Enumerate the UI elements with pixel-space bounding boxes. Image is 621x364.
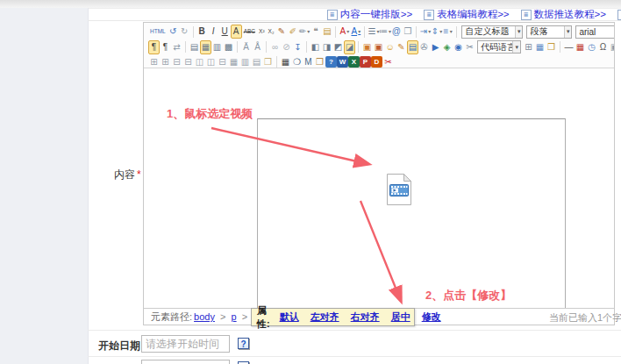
emotion-icon[interactable]: ☺	[384, 40, 396, 54]
merge-cells-icon[interactable]: ◫	[194, 55, 205, 69]
insert-video-icon[interactable]: ▶	[430, 40, 441, 54]
excel-import-icon[interactable]: X	[348, 56, 360, 68]
tutorial-link-table-edit[interactable]: ≣表格编辑教程>>	[424, 8, 509, 21]
delete-table-icon[interactable]: ❐	[262, 55, 274, 69]
align-left-icon[interactable]: ▤	[189, 40, 200, 54]
underline-icon[interactable]: U	[219, 25, 231, 39]
image-float-left-icon[interactable]: ◧	[310, 40, 321, 54]
line-height-icon[interactable]: ≡▾	[442, 25, 453, 39]
insert-map-icon[interactable]: ◈	[441, 40, 453, 54]
code-language-select[interactable]: 代码语言▾	[477, 40, 521, 54]
special-chars-icon[interactable]: Ω	[597, 40, 609, 54]
insert-date-icon[interactable]: ▦	[575, 40, 586, 54]
image-center-icon[interactable]: ◨	[321, 40, 332, 54]
strikethrough-icon[interactable]: ABC	[242, 25, 257, 39]
scrawl-icon[interactable]: ✎	[396, 40, 407, 54]
insert-image-icon[interactable]: ▣	[361, 40, 373, 54]
insert-col-icon[interactable]: ⊞	[160, 55, 171, 69]
anchor-icon[interactable]: @	[390, 25, 402, 39]
preview-icon[interactable]: ❍	[291, 55, 303, 69]
path-item-body[interactable]: body	[194, 311, 215, 322]
split-cols-icon[interactable]: ▤	[251, 55, 262, 69]
superscript-icon[interactable]: X²	[257, 25, 267, 39]
image-inline-icon[interactable]: ◪	[344, 40, 355, 54]
align-justify-icon[interactable]: ▩	[223, 40, 234, 54]
background-color-icon[interactable]: A▾	[350, 25, 361, 39]
paste-plain-icon[interactable]: ▤	[321, 25, 332, 39]
end-date-input-partial[interactable]	[141, 360, 230, 364]
custom-title-select[interactable]: 自定义标题▾	[461, 25, 523, 39]
start-date-input[interactable]	[141, 335, 230, 353]
horizontal-rule-icon[interactable]: —	[563, 40, 575, 54]
align-right-icon[interactable]: ▥	[211, 40, 223, 54]
indent-icon[interactable]: ⇥▾	[419, 25, 431, 39]
remove-format-icon[interactable]: ✎	[275, 25, 287, 39]
font-color-icon[interactable]: A▾	[339, 25, 350, 39]
attr-link-align-right[interactable]: 右对齐	[351, 310, 380, 324]
toolbar-separator	[185, 41, 186, 53]
new-page-icon[interactable]: ❐	[402, 25, 413, 39]
split-rows-icon[interactable]: ▥	[239, 55, 251, 69]
delete-col-icon[interactable]: ⊟	[182, 55, 194, 69]
video-placeholder-icon[interactable]	[386, 173, 412, 206]
delete-row-icon[interactable]: ⊟	[171, 55, 182, 69]
editor-canvas[interactable]	[144, 68, 614, 308]
insert-anchor-icon[interactable]: ↧	[292, 40, 303, 54]
word-count-icon[interactable]: Å	[252, 40, 263, 54]
path-item-p[interactable]: p	[231, 311, 236, 322]
insert-link-icon[interactable]: ∞	[269, 40, 281, 54]
bold-icon[interactable]: B	[196, 25, 208, 39]
attr-link-align-left[interactable]: 左对齐	[310, 310, 339, 324]
format-clear-icon[interactable]: ✂	[382, 55, 394, 69]
format-brush-icon[interactable]: ✐	[287, 25, 298, 39]
paste-board-icon[interactable]: ❐	[314, 55, 325, 69]
search-replace-icon[interactable]: M	[303, 55, 314, 69]
tutorial-link-content-typeset[interactable]: ≣内容一键排版>>	[327, 8, 412, 21]
split-cells-icon[interactable]: ▦	[228, 55, 239, 69]
rtl-paragraph-icon[interactable]: ¶	[160, 40, 171, 54]
start-date-help-icon[interactable]: ?	[238, 338, 249, 349]
attachment-icon[interactable]: ▤	[407, 40, 418, 54]
image-manager-icon[interactable]: ▣	[373, 40, 384, 54]
screenshot-icon[interactable]: ✂	[464, 40, 475, 54]
unlink-icon[interactable]: ⊘	[281, 40, 292, 54]
subscript-icon[interactable]: X₂	[267, 25, 276, 39]
editor-content-block[interactable]	[257, 118, 566, 308]
redo-icon[interactable]: ↻	[179, 25, 190, 39]
pdf-import-icon[interactable]: D	[371, 56, 382, 68]
paint-format-icon[interactable]: ✏▾	[298, 25, 310, 39]
insert-code-icon[interactable]: ⊞	[523, 40, 534, 54]
row-spacing-icon[interactable]: ⇕▾	[431, 25, 442, 39]
merge-down-icon[interactable]: ⊟	[217, 55, 228, 69]
image-float-right-icon[interactable]: ◩	[332, 40, 344, 54]
template-icon[interactable]: ❐	[546, 40, 557, 54]
italic-icon[interactable]: I	[208, 25, 219, 39]
text-direction-icon[interactable]: ⇄	[171, 40, 182, 54]
spell-check-icon[interactable]: Ä	[240, 40, 252, 54]
insert-gmap-icon[interactable]: ◉	[453, 40, 464, 54]
attr-link-center[interactable]: 居中	[391, 310, 410, 324]
font-family-select[interactable]: arial▾	[575, 25, 614, 39]
insert-file-icon[interactable]: ✇	[418, 40, 430, 54]
attr-link-default[interactable]: 默认	[280, 310, 299, 324]
print-icon[interactable]: ▦	[280, 55, 291, 69]
ppt-import-icon[interactable]: P	[360, 56, 371, 68]
merge-right-icon[interactable]: ◫	[205, 55, 217, 69]
attr-link-modify[interactable]: 修改	[422, 310, 441, 324]
font-border-icon[interactable]: A	[231, 25, 242, 39]
unordered-list-icon[interactable]: ≔▾	[379, 25, 390, 39]
html-source-icon[interactable]: HTML	[148, 25, 168, 39]
word-image-icon[interactable]: ▣	[609, 40, 614, 54]
insert-time-icon[interactable]: ◷	[586, 40, 597, 54]
paragraph-format-select[interactable]: 段落▾	[526, 25, 572, 39]
edit-table-icon[interactable]: ▦	[534, 40, 546, 54]
tutorial-link-data-push[interactable]: ≣数据推送教程>>	[521, 8, 606, 21]
undo-icon[interactable]: ↺	[168, 25, 179, 39]
word-import-icon[interactable]: W	[337, 56, 348, 68]
ltr-paragraph-icon[interactable]: ¶	[148, 40, 160, 54]
insert-row-icon[interactable]: ⊞	[148, 55, 160, 69]
blockquote-icon[interactable]: ❝	[310, 25, 321, 39]
help-icon[interactable]: ?	[325, 56, 337, 68]
ordered-list-icon[interactable]: ☰▾	[368, 25, 379, 39]
align-center-icon[interactable]: ▦	[200, 40, 211, 54]
